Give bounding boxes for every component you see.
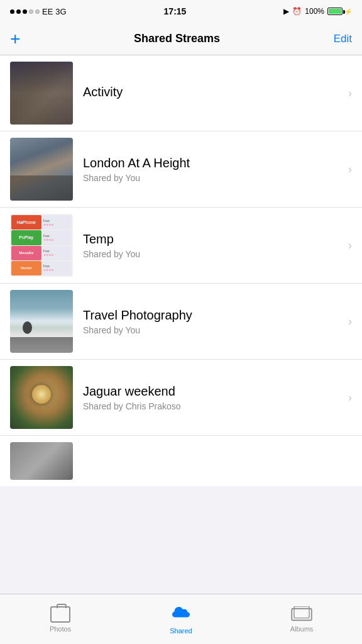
stream-info-jaguar: Jaguar weekend Shared by Chris Prakoso <box>83 384 343 411</box>
temp-cell-2: Free ★★★★ <box>42 215 72 230</box>
stream-thumb-partial <box>10 442 73 480</box>
alarm-icon: ⏰ <box>292 7 302 16</box>
shared-cloud-icon <box>170 604 192 625</box>
temp-cell-4: Free ★★★★ <box>42 230 72 245</box>
chevron-icon-activity: › <box>348 87 352 100</box>
battery-fill <box>329 9 341 14</box>
stream-name-london: London At A Height <box>83 156 343 170</box>
signal-dot-2 <box>16 9 21 14</box>
svg-rect-0 <box>292 608 312 620</box>
stream-thumb-london <box>10 138 73 201</box>
temp-cell-3: PcPlay <box>11 230 41 245</box>
status-bar: EE 3G 17:15 ▶ ⏰ 100% ⚡ <box>0 0 362 23</box>
stream-thumb-jaguar <box>10 366 73 429</box>
temp-cell-7: Vector <box>11 261 41 275</box>
stream-sub-jaguar: Shared by Chris Prakoso <box>83 401 343 411</box>
page-title: Shared Streams <box>134 32 220 45</box>
stream-name-temp: Temp <box>83 232 343 247</box>
stream-item-temp[interactable]: HaPhone Free ★★★★ PcPlay Free ★★★★ MoxaD <box>0 208 362 284</box>
battery-container: ⚡ <box>327 8 352 15</box>
stream-info-london: London At A Height Shared by You <box>83 156 343 183</box>
stream-thumb-temp: HaPhone Free ★★★★ PcPlay Free ★★★★ MoxaD <box>10 214 73 277</box>
stream-info-temp: Temp Shared by You <box>83 232 343 259</box>
tab-shared[interactable]: Shared <box>121 594 241 644</box>
tab-photos-label: Photos <box>50 625 71 633</box>
thumb-image-partial <box>10 442 73 480</box>
photos-icon <box>50 606 70 623</box>
chevron-icon-temp: › <box>348 239 352 252</box>
nav-bar: + Shared Streams Edit <box>0 23 362 55</box>
temp-cell-1: HaPhone <box>11 215 41 230</box>
thumb-image-temp: HaPhone Free ★★★★ PcPlay Free ★★★★ MoxaD <box>10 214 73 277</box>
albums-icon <box>291 606 312 623</box>
battery-icon <box>327 8 343 15</box>
battery-percent: 100% <box>305 7 324 16</box>
signal-dots <box>10 9 40 14</box>
stream-item-travel[interactable]: Travel Photography Shared by You › <box>0 284 362 360</box>
thumb-image-activity <box>10 62 73 125</box>
svg-rect-1 <box>294 606 309 618</box>
stream-name-activity: Activity <box>83 85 343 99</box>
stream-item-activity[interactable]: Activity › <box>0 55 362 131</box>
stream-item-london[interactable]: London At A Height Shared by You › <box>0 131 362 208</box>
tab-albums-label: Albums <box>290 625 314 633</box>
tab-photos[interactable]: Photos <box>0 594 121 644</box>
carrier-label: EE <box>42 7 53 16</box>
stream-list: Activity › London At A Height Shared by … <box>0 55 362 486</box>
signal-dot-5 <box>35 9 40 14</box>
charging-icon: ⚡ <box>344 8 352 15</box>
stream-item-jaguar[interactable]: Jaguar weekend Shared by Chris Prakoso › <box>0 360 362 436</box>
tab-albums[interactable]: Albums <box>241 594 362 644</box>
stream-sub-london: Shared by You <box>83 173 343 183</box>
signal-dot-4 <box>29 9 33 14</box>
stream-thumb-activity <box>10 62 73 125</box>
stream-info-activity: Activity <box>83 85 343 102</box>
thumb-image-jaguar <box>10 366 73 429</box>
thumb-image-london <box>10 138 73 201</box>
signal-dot-1 <box>10 9 14 14</box>
temp-cell-8: Free ★★★★ <box>42 261 72 275</box>
stream-info-travel: Travel Photography Shared by You <box>83 308 343 335</box>
location-icon: ▶ <box>283 7 289 16</box>
add-stream-button[interactable]: + <box>10 30 20 48</box>
chevron-icon-travel: › <box>348 315 352 328</box>
status-left: EE 3G <box>10 7 67 16</box>
stream-sub-travel: Shared by You <box>83 325 343 335</box>
content-wrapper: Activity › London At A Height Shared by … <box>0 55 362 536</box>
edit-button[interactable]: Edit <box>334 33 352 45</box>
signal-dot-3 <box>23 9 27 14</box>
tab-bar: Photos Shared Albums <box>0 594 362 644</box>
status-right: ▶ ⏰ 100% ⚡ <box>283 7 352 16</box>
stream-name-travel: Travel Photography <box>83 308 343 323</box>
chevron-icon-london: › <box>348 163 352 176</box>
network-label: 3G <box>55 7 66 16</box>
stream-name-jaguar: Jaguar weekend <box>83 384 343 399</box>
stream-item-partial[interactable] <box>0 436 362 486</box>
thumb-image-travel <box>10 290 73 353</box>
stream-sub-temp: Shared by You <box>83 249 343 259</box>
temp-cell-6: Free ★★★★ <box>42 246 72 260</box>
status-time: 17:15 <box>164 6 187 16</box>
temp-cell-5: MoxaDe <box>11 246 41 260</box>
stream-thumb-travel <box>10 290 73 353</box>
chevron-icon-jaguar: › <box>348 391 352 404</box>
tab-shared-label: Shared <box>170 627 192 635</box>
